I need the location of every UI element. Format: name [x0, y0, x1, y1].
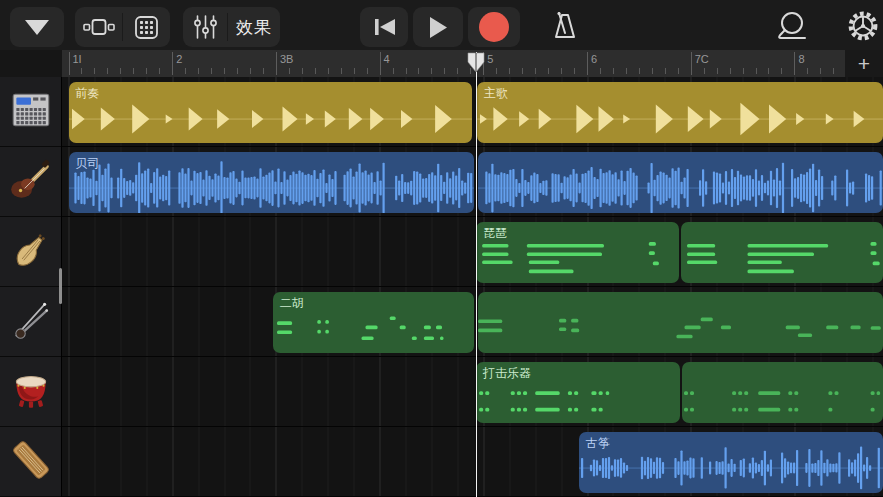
ruler-tick: [509, 68, 510, 74]
ruler-tick: [535, 68, 536, 74]
ruler-tick: [820, 68, 821, 74]
region-waveform: [69, 82, 472, 143]
region-erhu-1[interactable]: [478, 292, 883, 353]
pipa-icon: [8, 227, 54, 277]
play-icon: [428, 16, 448, 39]
loop-browser-button[interactable]: [770, 8, 812, 44]
region-midi-notes: [476, 222, 679, 283]
track-header-bass[interactable]: [0, 147, 61, 217]
ruler-tick: [146, 68, 147, 74]
play-button[interactable]: [413, 7, 463, 47]
ruler-bar-label: 2: [176, 53, 182, 65]
track-scrollbar[interactable]: [59, 268, 62, 304]
tracks-timeline[interactable]: 前奏主歌贝司琵琶二胡打击乐器古筝: [62, 77, 883, 497]
ruler-tick: [781, 68, 782, 74]
ruler-tick: [81, 68, 82, 74]
region-pipa-0[interactable]: 琵琶: [476, 222, 679, 283]
region-waveform: [579, 432, 883, 493]
region-bass-1[interactable]: [478, 152, 883, 213]
rewind-icon: [372, 17, 397, 37]
region-midi-notes: [476, 362, 680, 423]
ruler-tick: [328, 68, 329, 74]
ruler-bar-label: 8: [798, 53, 804, 65]
mixer-effects-segment: 效果: [183, 7, 280, 47]
ruler-tick: [600, 68, 601, 74]
ruler-bar-label: 1I: [73, 53, 82, 65]
ruler-tick: [561, 68, 562, 74]
ruler-bar-label: 4: [384, 53, 390, 65]
ruler-tick: [626, 68, 627, 74]
region-erhu-0[interactable]: 二胡: [273, 292, 474, 353]
ruler-tick: [133, 68, 134, 74]
ruler-tick: [678, 68, 679, 74]
ruler-tick: [717, 68, 718, 74]
region-guzheng-0[interactable]: 古筝: [579, 432, 883, 493]
effects-button[interactable]: 效果: [228, 7, 280, 47]
region-pipa-1[interactable]: [681, 222, 883, 283]
region-bass-0[interactable]: 贝司: [69, 152, 475, 213]
track-header-percussion[interactable]: [0, 357, 61, 427]
ruler-tick: [393, 68, 394, 74]
metronome-button[interactable]: [546, 8, 584, 44]
ruler-tick: [367, 68, 368, 74]
settings-button[interactable]: [843, 8, 883, 44]
track-view-icon: [83, 18, 115, 36]
ruler-tick: [768, 68, 769, 74]
ruler-tick: [263, 68, 264, 74]
track-view-button[interactable]: [75, 7, 122, 47]
ruler-tick: [185, 68, 186, 74]
toolbar: 效果: [0, 0, 883, 50]
bass-guitar-icon: [8, 157, 54, 207]
ruler-bar-line: [276, 52, 277, 75]
ruler-tick: [354, 68, 355, 74]
region-percussion-0[interactable]: 打击乐器: [476, 362, 680, 423]
track-header-pipa[interactable]: [0, 217, 61, 287]
gear-icon: [846, 9, 880, 43]
metronome-icon: [549, 10, 581, 42]
ruler-bar-line: [794, 52, 795, 75]
record-button[interactable]: [468, 7, 520, 47]
ruler-tick: [289, 68, 290, 74]
view-mode-segment: [75, 7, 170, 47]
ruler-tick: [522, 68, 523, 74]
ruler-tick: [224, 68, 225, 74]
ruler-tick: [418, 68, 419, 74]
drum-machine-icon: [8, 87, 54, 137]
region-percussion-1[interactable]: [682, 362, 883, 423]
region-drum-machine-0[interactable]: 前奏: [69, 82, 472, 143]
ruler-bar-line: [380, 52, 381, 75]
ruler-tick: [120, 68, 121, 74]
ruler-tick: [730, 68, 731, 74]
add-track-button[interactable]: +: [852, 53, 876, 74]
mixer-faders-icon: [193, 14, 218, 40]
ruler-tick: [444, 68, 445, 74]
region-midi-notes: [681, 222, 883, 283]
playhead-line[interactable]: [476, 52, 478, 497]
playhead-handle[interactable]: [467, 52, 485, 73]
erhu-icon: [8, 297, 54, 347]
playhead-marker-icon: [467, 52, 485, 73]
ruler-tick: [94, 68, 95, 74]
region-drum-machine-1[interactable]: 主歌: [477, 82, 883, 143]
rewind-button[interactable]: [360, 7, 408, 47]
track-header-erhu[interactable]: [0, 287, 61, 357]
ruler-bar-line: [587, 52, 588, 75]
ruler-tick: [574, 68, 575, 74]
region-waveform: [69, 152, 475, 213]
timeline-ruler[interactable]: 1I23B4567C8: [62, 50, 845, 77]
track-header-guzheng[interactable]: [0, 427, 61, 497]
ruler-bar-label: 3B: [280, 53, 293, 65]
ruler-tick: [211, 68, 212, 74]
live-loops-grid-icon: [135, 16, 158, 39]
mixer-controls-button[interactable]: [183, 7, 227, 47]
ruler-tick: [665, 68, 666, 74]
ruler-tick: [613, 68, 614, 74]
ruler-tick: [639, 68, 640, 74]
ruler-tick: [431, 68, 432, 74]
ruler-tick: [807, 68, 808, 74]
guzheng-icon: [8, 437, 54, 487]
track-header-drum-machine[interactable]: [0, 77, 61, 147]
song-menu-button[interactable]: [10, 7, 64, 47]
live-loops-grid-button[interactable]: [123, 7, 170, 47]
ruler-tick: [315, 68, 316, 74]
